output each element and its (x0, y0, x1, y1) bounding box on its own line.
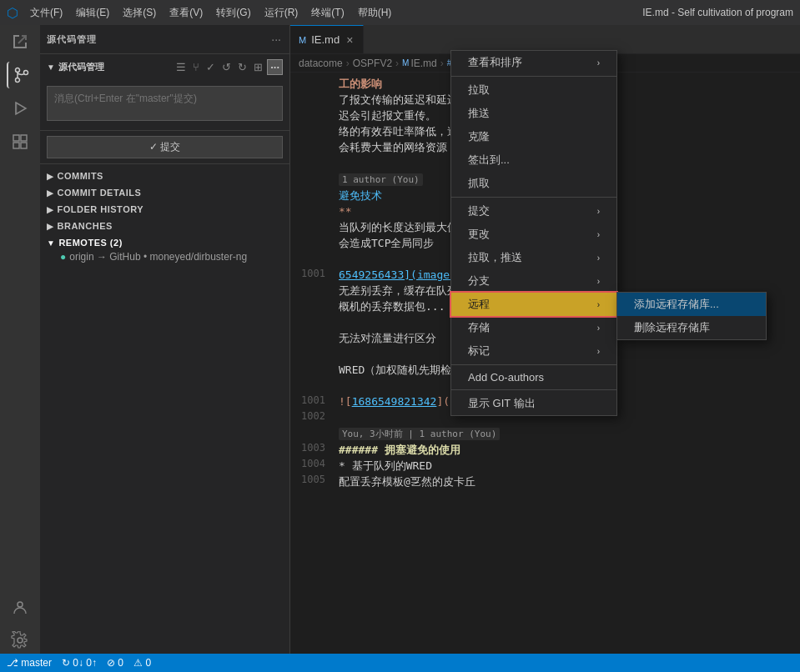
menu-item-push-label: 推送 (468, 106, 600, 121)
menu-item-view-sort-label: 查看和排序 (468, 55, 581, 70)
menu-item-remote-label: 远程 (468, 297, 581, 312)
menu-item-commit-label: 提交 (468, 203, 581, 218)
context-menu: 查看和排序 › 拉取 推送 克隆 签出到... 抓取 提交 › 更改 › 拉取，… (450, 50, 617, 416)
menu-divider-3 (451, 364, 616, 365)
menu-item-pull-label: 拉取 (468, 83, 600, 98)
menu-item-pull-push[interactable]: 拉取，推送 › (451, 246, 616, 269)
menu-item-tags[interactable]: 标记 › (451, 339, 616, 363)
menu-item-remote-arrow: › (597, 300, 600, 309)
submenu-remove-remote-label: 删除远程存储库 (634, 320, 710, 335)
menu-divider-4 (451, 389, 616, 390)
menu-item-push[interactable]: 推送 (451, 102, 616, 125)
menu-item-stash[interactable]: 存储 › (451, 316, 616, 339)
menu-divider-2 (451, 197, 616, 198)
menu-item-view-sort[interactable]: 查看和排序 › (451, 51, 616, 74)
menu-item-pull-push-arrow: › (597, 253, 600, 263)
menu-item-remote[interactable]: 远程 › 添加远程存储库... 删除远程存储库 (451, 293, 616, 316)
menu-item-commit[interactable]: 提交 › (451, 199, 616, 223)
menu-item-tags-arrow: › (597, 347, 600, 356)
menu-item-add-coauthors[interactable]: Add Co-authors (451, 367, 616, 388)
menu-divider-1 (451, 76, 616, 77)
submenu-remove-remote[interactable]: 删除远程存储库 (617, 316, 766, 339)
menu-item-changes-label: 更改 (468, 227, 581, 242)
menu-item-tags-label: 标记 (468, 344, 581, 359)
menu-item-branch[interactable]: 分支 › (451, 269, 616, 293)
menu-item-fetch-label: 抓取 (468, 176, 600, 191)
menu-item-checkout[interactable]: 签出到... (451, 148, 616, 172)
menu-item-changes[interactable]: 更改 › (451, 223, 616, 246)
menu-item-branch-label: 分支 (468, 273, 581, 288)
menu-item-pull[interactable]: 拉取 (451, 78, 616, 102)
menu-item-fetch[interactable]: 抓取 (451, 172, 616, 195)
submenu-add-remote-label: 添加远程存储库... (634, 297, 719, 312)
menu-item-stash-label: 存储 (468, 320, 581, 335)
menu-item-commit-arrow: › (597, 207, 600, 216)
submenu-remote: 添加远程存储库... 删除远程存储库 (616, 292, 767, 340)
menu-item-view-sort-arrow: › (597, 58, 600, 68)
context-menu-overlay[interactable]: 查看和排序 › 拉取 推送 克隆 签出到... 抓取 提交 › 更改 › 拉取，… (0, 0, 800, 672)
menu-item-stash-arrow: › (597, 323, 600, 333)
menu-item-branch-arrow: › (597, 277, 600, 286)
menu-item-changes-arrow: › (597, 230, 600, 239)
submenu-add-remote[interactable]: 添加远程存储库... (617, 293, 766, 316)
menu-item-show-git-output-label: 显示 GIT 输出 (468, 396, 600, 411)
menu-item-add-coauthors-label: Add Co-authors (468, 371, 600, 384)
menu-item-checkout-label: 签出到... (468, 153, 600, 168)
menu-item-clone[interactable]: 克隆 (451, 125, 616, 148)
menu-item-show-git-output[interactable]: 显示 GIT 输出 (451, 392, 616, 415)
menu-item-pull-push-label: 拉取，推送 (468, 250, 581, 265)
menu-item-clone-label: 克隆 (468, 129, 600, 144)
